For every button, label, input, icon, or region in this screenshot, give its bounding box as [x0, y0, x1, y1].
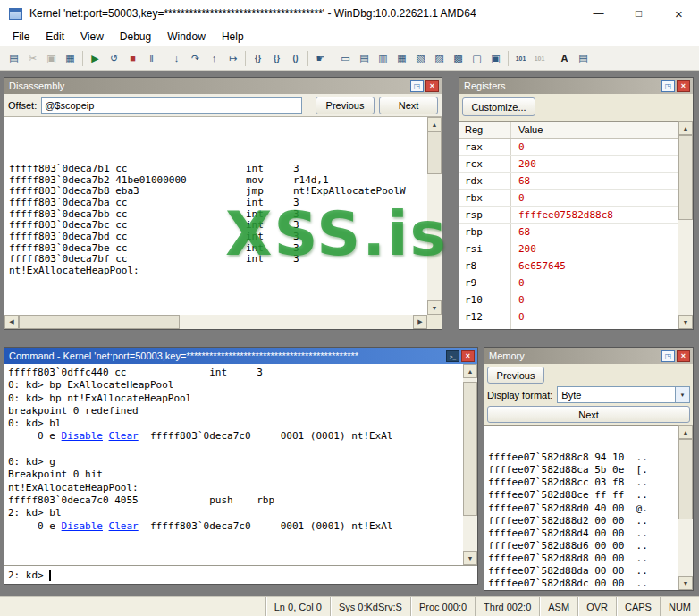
source-mode-off-icon[interactable]: 101 — [530, 49, 549, 68]
memory-title-bar[interactable]: Memory ◳ × — [484, 348, 693, 364]
register-row[interactable]: rdx68 — [459, 173, 678, 190]
source-step-into-icon[interactable]: {} — [248, 49, 267, 68]
disassembly-listing[interactable]: fffff803`0deca7b1 cc int 3fffff803`0deca… — [4, 117, 427, 315]
menu-item[interactable]: View — [72, 27, 112, 46]
source-step-out-icon[interactable]: () — [286, 49, 305, 68]
register-row[interactable]: rbp68 — [459, 224, 678, 240]
cut-icon[interactable]: ✂ — [23, 49, 42, 68]
display-format-select[interactable]: Byte ▼ — [557, 386, 690, 403]
memory-previous-button[interactable]: Previous — [487, 367, 544, 384]
step-over-icon[interactable]: ↷ — [186, 49, 205, 68]
go-icon[interactable]: ▶ — [86, 49, 105, 68]
registers-table[interactable]: Reg Value rax0rcx200rdx68rbx0rspffffee07… — [459, 121, 678, 329]
previous-button[interactable]: Previous — [316, 97, 375, 114]
command-input-row[interactable]: 2: kd> — [4, 565, 477, 584]
scroll-up-icon[interactable]: ▲ — [678, 425, 693, 439]
chevron-down-icon[interactable]: ▼ — [675, 387, 689, 402]
disable-link[interactable]: Disable — [62, 520, 103, 532]
call-stack-window-icon[interactable]: ▨ — [430, 49, 449, 68]
vertical-scrollbar[interactable]: ▲ ▼ — [678, 425, 693, 590]
command-window-icon[interactable]: ▭ — [336, 49, 355, 68]
scratch-pad-icon[interactable]: ▢ — [467, 49, 486, 68]
clear-link[interactable]: Clear — [109, 430, 139, 442]
memory-row[interactable]: ffffee07`582d88d6 00 00 .. — [488, 540, 678, 553]
disassembly-title-bar[interactable]: Disassembly ◳ × — [4, 78, 442, 94]
scroll-down-icon[interactable]: ▼ — [463, 551, 477, 565]
stop-debugging-icon[interactable]: ■ — [123, 49, 142, 68]
close-icon[interactable]: × — [677, 350, 690, 362]
command-title-bar[interactable]: Command - Kernel 'net:port=50003,key=***… — [4, 348, 477, 364]
disassembly-window-icon[interactable]: ▩ — [449, 49, 467, 68]
customize-button[interactable]: Customize... — [462, 97, 535, 116]
step-out-icon[interactable]: ↑ — [205, 49, 223, 68]
memory-listing[interactable]: ffffee07`582d88c8 94 10 ..ffffee07`582d8… — [484, 425, 678, 590]
memory-row[interactable]: ffffee07`582d88cc 03 f8 .. — [488, 477, 678, 489]
memory-row[interactable]: ffffee07`582d88c8 94 10 .. — [488, 451, 678, 464]
register-row[interactable]: r86e657645 — [459, 257, 678, 274]
scrollbar-thumb[interactable] — [678, 135, 693, 220]
memory-next-button[interactable]: Next — [487, 406, 690, 423]
close-icon[interactable]: × — [677, 80, 690, 92]
break-hand-icon[interactable]: ☛ — [311, 49, 330, 68]
step-into-icon[interactable]: ↓ — [167, 49, 186, 68]
close-icon[interactable]: × — [659, 0, 699, 27]
scroll-down-icon[interactable]: ▼ — [427, 300, 442, 315]
source-mode-on-icon[interactable]: 101 — [511, 49, 530, 68]
open-source-file-icon[interactable]: ▤ — [4, 49, 23, 68]
memory-row[interactable]: ffffee07`582d88ca 5b 0e [. — [488, 464, 678, 477]
maximize-icon[interactable]: □ — [619, 0, 659, 27]
paste-icon[interactable]: ▦ — [61, 49, 80, 68]
next-button[interactable]: Next — [379, 97, 438, 114]
memory-row[interactable]: ffffee07`582d88ce ff ff .. — [488, 489, 678, 502]
memory-row[interactable]: ffffee07`582d88d2 00 00 .. — [488, 515, 678, 527]
float-icon[interactable]: ◳ — [410, 80, 424, 92]
register-row[interactable]: rcx200 — [459, 156, 678, 173]
scroll-right-icon[interactable]: ▶ — [413, 315, 427, 329]
memory-row[interactable]: ffffee07`582d88d4 00 00 .. — [488, 527, 678, 540]
scroll-up-icon[interactable]: ▲ — [678, 121, 693, 135]
register-row[interactable]: r120 — [459, 308, 678, 325]
offset-input[interactable] — [41, 97, 302, 114]
disassembly-line[interactable]: nt!ExAllocateHeapPool: — [9, 266, 427, 277]
memory-row[interactable]: ffffee07`582d88dc 00 00 .. — [488, 578, 678, 590]
disable-link[interactable]: Disable — [62, 430, 103, 442]
registers-title-bar[interactable]: Registers ◳ × — [459, 78, 693, 94]
scroll-down-icon[interactable]: ▼ — [678, 576, 693, 590]
menu-item[interactable]: Window — [159, 27, 214, 46]
processes-threads-icon[interactable]: ▣ — [486, 49, 505, 68]
register-row[interactable]: rbx0 — [459, 190, 678, 207]
memory-row[interactable]: ffffee07`582d88d8 00 00 .. — [488, 553, 678, 565]
restart-icon[interactable]: ↺ — [105, 49, 123, 68]
copy-icon[interactable]: ▣ — [42, 49, 61, 68]
watch-window-icon[interactable]: ▤ — [355, 49, 374, 68]
source-step-over-icon[interactable]: {} — [267, 49, 286, 68]
scrollbar-thumb[interactable] — [19, 315, 180, 329]
options-icon[interactable]: ▤ — [574, 49, 593, 68]
minimize-icon[interactable]: — — [578, 0, 619, 27]
memory-window-icon[interactable]: ▧ — [411, 49, 430, 68]
run-to-cursor-icon[interactable]: ↦ — [223, 49, 242, 68]
register-row[interactable]: r90 — [459, 274, 678, 291]
close-icon[interactable]: × — [425, 80, 439, 92]
command-output[interactable]: fffff803`0dffc440 cc int 30: kd> bp ExAl… — [4, 364, 463, 565]
menu-item[interactable]: File — [4, 27, 38, 46]
memory-row[interactable]: ffffee07`582d88da 00 00 .. — [488, 565, 678, 578]
memory-row[interactable]: ffffee07`582d88d0 40 00 @. — [488, 502, 678, 515]
register-row[interactable]: rsi200 — [459, 240, 678, 257]
register-row[interactable]: rax0 — [459, 139, 678, 156]
scrollbar-thumb[interactable] — [678, 439, 693, 519]
registers-window-icon[interactable]: ▦ — [392, 49, 411, 68]
scroll-up-icon[interactable]: ▲ — [463, 364, 477, 378]
locals-window-icon[interactable]: ▥ — [374, 49, 392, 68]
scrollbar-thumb[interactable] — [463, 382, 477, 516]
vertical-scrollbar[interactable]: ▲ ▼ — [463, 364, 477, 565]
close-icon[interactable]: × — [461, 350, 475, 362]
menu-item[interactable]: Help — [214, 27, 252, 46]
scroll-down-icon[interactable]: ▼ — [678, 315, 693, 329]
float-icon[interactable]: ◳ — [661, 350, 675, 362]
scroll-up-icon[interactable]: ▲ — [427, 117, 442, 131]
terminal-icon[interactable]: >_ — [446, 350, 459, 362]
vertical-scrollbar[interactable]: ▲ ▼ — [678, 121, 693, 329]
menu-item[interactable]: Edit — [38, 27, 72, 46]
scrollbar-thumb[interactable] — [427, 131, 442, 174]
